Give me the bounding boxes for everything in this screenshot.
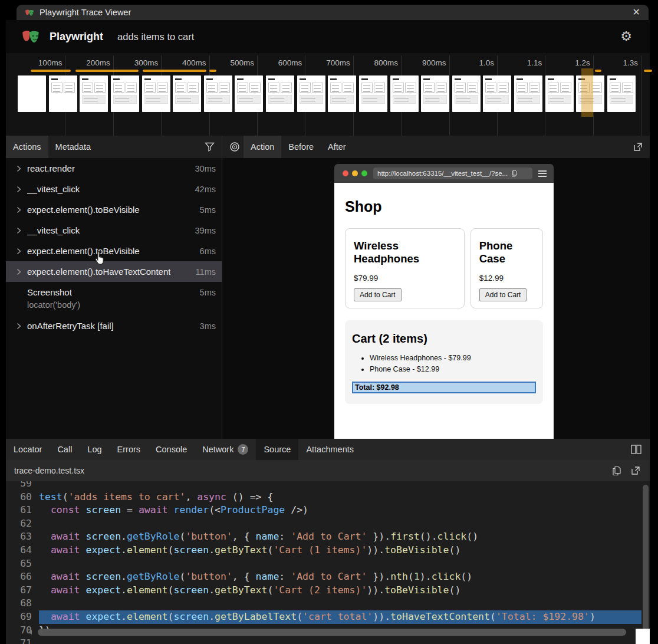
cart-line-item: Wireless Headphones - $79.99: [370, 353, 536, 364]
filmstrip-thumbnail[interactable]: [297, 75, 325, 112]
action-label: Screenshot: [27, 287, 72, 297]
action-row[interactable]: expect.element().toHaveTextContent11ms: [6, 261, 222, 282]
line-number: 63: [6, 530, 39, 544]
thumbnail-cart: [330, 95, 354, 104]
filmstrip-thumbnail[interactable]: [142, 75, 170, 112]
thumbnail-cards: [548, 83, 571, 93]
filmstrip-thumbnail[interactable]: [173, 75, 201, 112]
product-name: Phone Case: [479, 239, 534, 265]
vertical-scrollbar-thumb[interactable]: [643, 485, 649, 636]
tab-network[interactable]: Network7: [195, 439, 256, 460]
code-text: await screen.getByRole('button', { name:…: [39, 530, 650, 544]
thumbnail-card: [485, 83, 496, 93]
tab-metadata[interactable]: Metadata: [48, 136, 98, 158]
thumbnail-cards: [330, 83, 354, 93]
thumbnail-cart: [485, 95, 509, 104]
thumbnail-cart: [361, 95, 385, 104]
copy-source-icon[interactable]: [612, 466, 621, 476]
thumbnail-heading: [548, 78, 554, 80]
source-file-bar: trace-demo.test.tsx: [6, 460, 650, 481]
open-source-external-icon[interactable]: [631, 466, 640, 475]
bottom-panel: LocatorCallLogErrorsConsoleNetwork7Sourc…: [6, 439, 650, 644]
thumbnail-cards: [300, 83, 323, 93]
filmstrip-thumbnail[interactable]: [80, 75, 108, 112]
action-row[interactable]: __vitest_click42ms: [6, 179, 222, 199]
gear-icon[interactable]: ⚙: [620, 30, 632, 43]
thumbnail-heading: [610, 78, 616, 80]
browser-menu-icon[interactable]: [538, 170, 547, 177]
tab-source[interactable]: Source: [256, 439, 298, 460]
scroll-left-arrow-icon[interactable]: [28, 630, 32, 635]
action-row[interactable]: expect.element().toBeVisible5ms: [6, 199, 222, 220]
filmstrip-thumbnail[interactable]: [18, 75, 46, 112]
tab-actions[interactable]: Actions: [6, 136, 48, 158]
timeline[interactable]: 100ms200ms300ms400ms500ms600ms700ms800ms…: [6, 53, 650, 136]
playwright-logo-icon: [21, 27, 41, 47]
filmstrip-thumbnail[interactable]: [607, 75, 636, 112]
timeline-filmstrip[interactable]: [18, 75, 636, 113]
thumbnail-card: [560, 83, 571, 93]
add-to-cart-button[interactable]: Add to Cart: [479, 288, 527, 301]
horizontal-scrollbar-thumb[interactable]: [38, 629, 626, 636]
cart-line-item: Phone Case - $12.99: [370, 364, 536, 375]
action-row[interactable]: react.render30ms: [6, 158, 222, 179]
action-row[interactable]: expect.element().toBeVisible6ms: [6, 241, 222, 261]
product-name: Wireless Headphones: [354, 239, 456, 265]
filter-icon[interactable]: [205, 142, 215, 152]
line-number: 59: [6, 481, 39, 491]
add-to-cart-button[interactable]: Add to Cart: [354, 288, 402, 301]
filmstrip-thumbnail[interactable]: [111, 75, 139, 112]
tab-call[interactable]: Call: [50, 439, 80, 460]
filmstrip-thumbnail[interactable]: [328, 75, 356, 112]
filmstrip-thumbnail[interactable]: [483, 75, 511, 112]
horizontal-scrollbar[interactable]: [32, 629, 626, 636]
action-label: onAfterRetryTask [fail]: [27, 321, 114, 331]
filmstrip-thumbnail[interactable]: [452, 75, 481, 112]
thumbnail-cards: [206, 83, 230, 93]
tab-console[interactable]: Console: [148, 439, 195, 460]
filmstrip-thumbnail[interactable]: [235, 75, 263, 112]
close-icon[interactable]: ✕: [633, 8, 640, 17]
filmstrip-thumbnail[interactable]: [204, 75, 232, 112]
filmstrip-thumbnail[interactable]: [545, 75, 574, 112]
filmstrip-thumbnail[interactable]: [359, 75, 387, 112]
thumbnail-card: [312, 83, 323, 93]
filmstrip-thumbnail[interactable]: [514, 75, 542, 112]
thumbnail-heading: [206, 78, 213, 80]
split-view-icon[interactable]: [631, 445, 641, 454]
copy-url-icon[interactable]: [511, 170, 518, 177]
product-price: $79.99: [354, 274, 456, 282]
code-text: await expect.element(screen.getByText('C…: [39, 584, 650, 597]
thumbnail-card: [187, 83, 199, 93]
line-number: 64: [6, 544, 39, 557]
tab-before[interactable]: Before: [281, 136, 321, 158]
action-duration: 5ms: [200, 205, 216, 215]
tab-attachments[interactable]: Attachments: [298, 439, 361, 460]
thumbnail-cards: [361, 83, 385, 93]
code-text: [39, 517, 650, 531]
code-text: [39, 637, 650, 644]
filmstrip-thumbnail[interactable]: [390, 75, 419, 112]
tab-locator[interactable]: Locator: [6, 439, 50, 460]
window-titlebar: Playwright Trace Viewer ✕: [17, 5, 649, 20]
thumbnail-card: [206, 83, 218, 93]
open-snapshot-external-icon[interactable]: [633, 142, 643, 152]
filmstrip-thumbnail[interactable]: [421, 75, 449, 112]
code-text: const screen = await render(<ProductPage…: [39, 504, 650, 517]
tab-errors[interactable]: Errors: [110, 439, 148, 460]
line-number: 68: [6, 597, 39, 610]
tab-after[interactable]: After: [321, 136, 353, 158]
action-row[interactable]: __vitest_click39ms: [6, 220, 222, 241]
code-line: 64 await expect.element(screen.getByText…: [6, 544, 650, 557]
action-row[interactable]: Screenshot5ms: [6, 282, 222, 303]
thumbnail-card: [516, 83, 528, 93]
tab-log[interactable]: Log: [80, 439, 109, 460]
filmstrip-thumbnail[interactable]: [266, 75, 294, 112]
pick-locator-target-icon[interactable]: [229, 142, 240, 152]
thumbnail-card: [343, 83, 354, 93]
action-row[interactable]: onAfterRetryTask [fail]3ms: [6, 316, 222, 336]
tab-action[interactable]: Action: [244, 136, 281, 158]
thumbnail-cards: [485, 83, 509, 93]
url-text: http://localhost:63315/__vitest_test__/?…: [377, 170, 508, 177]
filmstrip-thumbnail[interactable]: [49, 75, 77, 112]
